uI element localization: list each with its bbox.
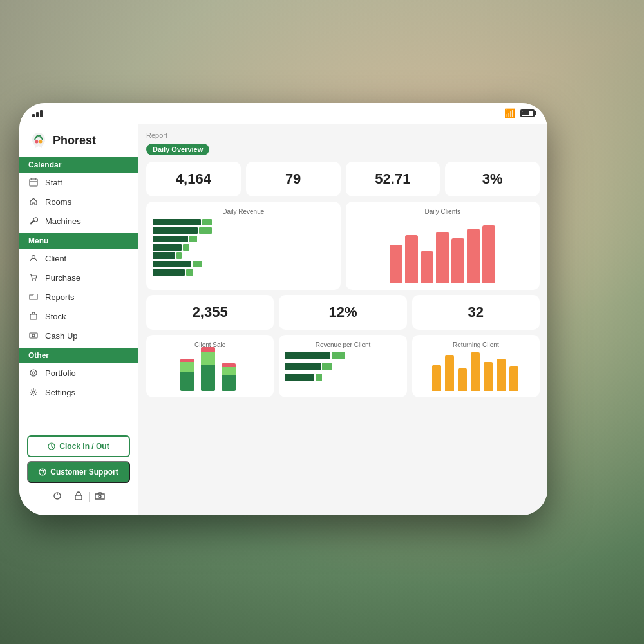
stacked-bar xyxy=(201,347,215,391)
daily-revenue-title: Daily Revenue xyxy=(153,208,334,215)
cash-icon xyxy=(28,330,39,341)
svg-point-13 xyxy=(32,372,35,374)
hbar-row xyxy=(153,252,334,259)
chart-row-1: Daily Revenue Daily Clients xyxy=(146,202,540,290)
sidebar-item-settings-label: Settings xyxy=(45,388,75,397)
hbar-row xyxy=(153,269,334,276)
daily-clients-chart: Daily Clients xyxy=(346,202,540,290)
chart-row-2: Client Sale Revenue per Client Returning… xyxy=(146,335,540,397)
tablet: 📶 Phorest Calendar xyxy=(19,103,547,515)
kpi-card-0: 4,164 xyxy=(146,162,241,196)
sidebar-item-stock-label: Stock xyxy=(45,312,66,321)
svg-point-14 xyxy=(32,391,35,393)
vbar xyxy=(467,229,480,283)
kpi-card-3: 3% xyxy=(445,162,540,196)
camera-icon[interactable] xyxy=(95,491,105,504)
orange-bar xyxy=(458,368,467,391)
svg-point-11 xyxy=(32,334,35,337)
kpi-value-1: 79 xyxy=(252,171,334,187)
hbar-row xyxy=(153,227,334,234)
logo-text: Phorest xyxy=(53,134,96,147)
sidebar-item-staff-label: Staff xyxy=(45,178,62,187)
client-sale-chart: Client Sale xyxy=(146,335,274,397)
kpi-card-4: 2,355 xyxy=(146,295,274,330)
sidebar-item-client[interactable]: Client xyxy=(19,249,138,268)
vbar xyxy=(390,245,402,283)
main-content: Report Daily Overview 4,164 79 52.71 3% xyxy=(138,124,547,515)
calendar-icon xyxy=(28,177,39,187)
app-content: Phorest Calendar Staff Rooms Mach xyxy=(19,124,547,515)
hbar-row xyxy=(153,236,334,242)
returning-client-title: Returning Client xyxy=(419,341,533,348)
sidebar-item-reports[interactable]: Reports xyxy=(19,287,138,307)
kpi-card-5: 12% xyxy=(279,295,406,330)
support-icon xyxy=(39,468,46,476)
kpi-card-6: 32 xyxy=(412,295,540,330)
signal-bars-icon xyxy=(32,110,43,117)
wrench-icon xyxy=(28,216,39,226)
kpi-value-0: 4,164 xyxy=(153,171,234,187)
vbar xyxy=(405,235,418,283)
vbar xyxy=(451,238,464,283)
sidebar-item-machines-label: Machines xyxy=(45,216,81,226)
orange-bar xyxy=(484,362,493,391)
nav-section-calendar: Calendar xyxy=(19,157,138,173)
settings-icon xyxy=(28,387,39,397)
svg-rect-9 xyxy=(30,314,37,319)
hbar-row xyxy=(153,261,334,267)
client-sale-bars xyxy=(153,352,267,391)
sidebar-item-cashup-label: Cash Up xyxy=(45,331,78,341)
orange-chart-bars xyxy=(419,352,533,391)
kpi-card-1: 79 xyxy=(246,162,341,196)
stacked-bar xyxy=(180,359,194,391)
clock-icon xyxy=(48,442,55,450)
status-bar: 📶 xyxy=(19,103,547,124)
orange-bar xyxy=(497,359,506,391)
kpi-value-2: 52.71 xyxy=(352,171,434,187)
logo-area: Phorest xyxy=(19,124,138,155)
sidebar-item-purchase-label: Purchase xyxy=(45,273,80,283)
bottom-buttons: Clock In / Out Customer Support xyxy=(19,429,138,515)
hbar-row xyxy=(285,374,400,381)
hbar-chart-revenue xyxy=(153,219,334,276)
vbar-chart-clients xyxy=(352,219,534,283)
sidebar-item-portfolio[interactable]: Portfolio xyxy=(19,363,138,383)
nav-section-other: Other xyxy=(19,348,138,363)
hbar-row xyxy=(153,244,334,251)
orange-bar xyxy=(471,352,480,391)
hbar-row xyxy=(285,363,400,370)
daily-revenue-chart: Daily Revenue xyxy=(146,202,341,290)
returning-client-chart: Returning Client xyxy=(412,335,540,397)
clock-in-out-button[interactable]: Clock In / Out xyxy=(27,435,130,457)
svg-point-1 xyxy=(39,140,43,144)
sidebar-item-machines[interactable]: Machines xyxy=(19,211,138,231)
kpi-value-4: 2,355 xyxy=(153,304,267,321)
vbar xyxy=(421,251,433,283)
cart-icon xyxy=(28,272,39,283)
wifi-icon: 📶 xyxy=(504,108,515,118)
svg-point-17 xyxy=(43,474,43,475)
daily-overview-badge[interactable]: Daily Overview xyxy=(146,144,209,155)
sidebar-item-staff[interactable]: Staff xyxy=(19,173,138,192)
svg-rect-2 xyxy=(30,179,37,186)
svg-rect-19 xyxy=(75,495,82,500)
lock-icon[interactable] xyxy=(73,491,84,504)
hbar-row xyxy=(285,352,400,359)
customer-support-button[interactable]: Customer Support xyxy=(27,461,130,483)
folder-icon xyxy=(28,292,39,302)
svg-point-0 xyxy=(35,140,39,144)
hbar-chart-rev-client xyxy=(285,352,400,383)
sidebar-item-rooms[interactable]: Rooms xyxy=(19,192,138,211)
phorest-logo-icon xyxy=(30,131,48,149)
nav-section-menu: Menu xyxy=(19,233,138,249)
home-icon xyxy=(28,196,39,207)
hbar-row xyxy=(153,219,334,225)
vbar xyxy=(436,232,449,283)
battery-icon xyxy=(520,109,535,117)
sidebar-item-stock[interactable]: Stock xyxy=(19,307,138,326)
sidebar-item-settings[interactable]: Settings xyxy=(19,383,138,402)
report-label: Report xyxy=(146,131,540,139)
sidebar-item-cashup[interactable]: Cash Up xyxy=(19,326,138,345)
sidebar-item-purchase[interactable]: Purchase xyxy=(19,268,138,287)
power-icon[interactable] xyxy=(52,491,62,504)
